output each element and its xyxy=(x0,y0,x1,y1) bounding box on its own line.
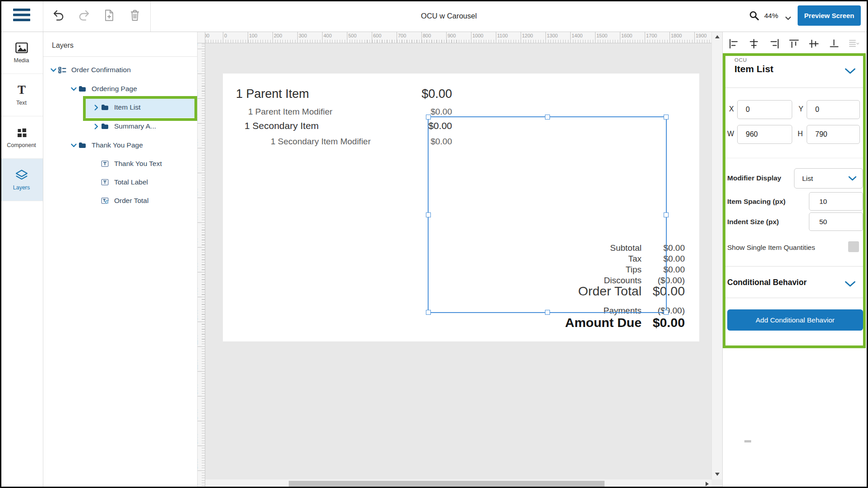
align-left-button[interactable] xyxy=(727,37,741,51)
sidebar-item-label: Layers xyxy=(13,184,30,191)
conditional-behavior-chevron-down-icon[interactable] xyxy=(845,281,856,289)
ruler-label: 1000 xyxy=(472,33,483,38)
layer-row-thank-you-page[interactable]: Thank You Page xyxy=(43,136,197,154)
h-field[interactable] xyxy=(807,125,860,144)
layer-row-order-total[interactable]: Order Total xyxy=(43,192,197,210)
vertical-scrollbar[interactable] xyxy=(711,32,722,479)
layer-row-item-list[interactable]: Item List xyxy=(43,98,197,116)
distribute-button[interactable] xyxy=(847,37,861,51)
ruler-tick xyxy=(496,32,496,43)
redo-button[interactable] xyxy=(77,9,91,23)
zoom-chevron-down-icon[interactable] xyxy=(785,14,791,22)
svg-text:T: T xyxy=(17,84,25,96)
hamburger-menu-button[interactable] xyxy=(0,0,43,32)
selection-handle[interactable] xyxy=(426,310,431,315)
tool-sidebar: MediaTTextComponentLayers xyxy=(0,32,43,488)
zoom-level[interactable]: 44% xyxy=(764,0,778,32)
show-single-item-quantities-label: Show Single Item Quantities xyxy=(727,244,815,252)
ruler-label: 100 xyxy=(249,33,257,38)
modifier-display-select[interactable]: List xyxy=(794,168,863,189)
scroll-down-arrow-icon[interactable] xyxy=(715,473,720,476)
ruler-label: 100 xyxy=(197,89,199,97)
preview-screen-button[interactable]: Preview Screen xyxy=(798,5,861,26)
w-field[interactable] xyxy=(737,125,792,144)
w-field-label: W xyxy=(727,130,734,138)
folder-icon xyxy=(78,86,88,92)
receipt-item-row: 1 Parent Item Modifier$0.00 xyxy=(223,107,452,117)
ruler-tick xyxy=(198,470,205,471)
selection-handle[interactable] xyxy=(545,115,550,120)
ruler-tick xyxy=(198,297,205,297)
ruler-tick xyxy=(595,32,596,43)
ruler-tick xyxy=(471,32,471,43)
item-spacing-field[interactable] xyxy=(809,192,863,211)
ruler-tick xyxy=(198,396,205,396)
summary-value: $0.00 xyxy=(653,315,685,330)
scroll-up-arrow-icon[interactable] xyxy=(715,35,720,38)
zoom-search-button[interactable] xyxy=(749,10,760,21)
selection-handle[interactable] xyxy=(664,212,669,217)
show-single-item-quantities-checkbox[interactable] xyxy=(848,241,859,252)
ruler-label: 1200 xyxy=(522,33,533,38)
ruler-label: 1000 xyxy=(197,309,199,320)
delete-button[interactable] xyxy=(128,9,142,23)
ruler-label: 200 xyxy=(197,114,199,122)
layer-row-ordering-page[interactable]: Ordering Page xyxy=(43,80,197,98)
layer-row-order-confirmation[interactable]: Order Confirmation xyxy=(43,61,197,79)
align-center-horizontal-button[interactable] xyxy=(747,37,761,51)
chevron-down-icon[interactable] xyxy=(69,143,78,147)
ruler-label: 600 xyxy=(197,213,199,221)
horizontal-scrollbar-thumb[interactable] xyxy=(289,481,605,487)
layer-row-thank-you-text[interactable]: Thank You Text xyxy=(43,155,197,173)
selection-box[interactable] xyxy=(428,116,667,313)
collapse-chevron-down-icon[interactable] xyxy=(845,68,856,76)
ruler-label: 900 xyxy=(448,33,456,38)
ruler-label: 1100 xyxy=(497,33,508,38)
canvas-pasteboard[interactable]: 1 Parent Item$0.001 Parent Item Modifier… xyxy=(205,43,711,479)
divider xyxy=(725,298,863,298)
chevron-down-icon[interactable] xyxy=(48,68,58,72)
ruler-tick xyxy=(198,371,205,372)
sidebar-item-component[interactable]: Component xyxy=(0,116,43,159)
indent-size-label: Indent Size (px) xyxy=(727,218,779,226)
chevron-right-icon[interactable] xyxy=(91,105,101,110)
ruler-tick xyxy=(322,32,323,43)
add-conditional-behavior-button[interactable]: Add Conditional Behavior xyxy=(727,309,863,331)
sidebar-item-layers[interactable]: Layers xyxy=(0,159,43,201)
receipt-item-row: 1 Parent Item$0.00 xyxy=(223,87,452,101)
scroll-right-arrow-icon[interactable] xyxy=(706,482,709,486)
chevron-down-icon[interactable] xyxy=(69,87,78,91)
tree-indent xyxy=(43,70,48,70)
indent-size-field[interactable] xyxy=(809,212,863,231)
horizontal-scrollbar[interactable] xyxy=(205,479,711,488)
ruler-tick xyxy=(198,346,205,347)
align-center-vertical-button[interactable] xyxy=(807,37,821,51)
ruler-tick xyxy=(372,32,372,43)
layer-row-total-label[interactable]: Total Label xyxy=(43,173,197,191)
y-field[interactable] xyxy=(807,100,860,119)
selection-handle[interactable] xyxy=(664,115,669,120)
chevron-right-icon[interactable] xyxy=(91,124,101,129)
layer-row-summary-a[interactable]: Summary A... xyxy=(43,117,197,135)
media-icon xyxy=(15,41,28,54)
selection-handle[interactable] xyxy=(426,115,431,120)
selection-handle[interactable] xyxy=(664,310,669,315)
sidebar-item-media[interactable]: Media xyxy=(0,32,43,74)
x-field[interactable] xyxy=(737,100,792,119)
tree-indent xyxy=(43,89,69,89)
ruler-label: 1500 xyxy=(596,33,607,38)
sidebar-item-text[interactable]: TText xyxy=(0,74,43,116)
align-top-button[interactable] xyxy=(787,37,801,51)
receipt-item-text: 1 Secondary Item xyxy=(223,120,319,131)
selection-handle[interactable] xyxy=(545,310,550,315)
align-bottom-button[interactable] xyxy=(827,37,841,51)
layers-icon xyxy=(15,169,28,181)
new-file-icon xyxy=(104,9,114,23)
selection-handle[interactable] xyxy=(426,212,431,217)
ruler-tick xyxy=(570,32,571,43)
undo-button[interactable] xyxy=(51,9,65,23)
new-file-button[interactable] xyxy=(102,9,116,23)
align-right-button[interactable] xyxy=(767,37,781,51)
ruler-tick xyxy=(421,32,422,43)
divider xyxy=(725,158,863,158)
